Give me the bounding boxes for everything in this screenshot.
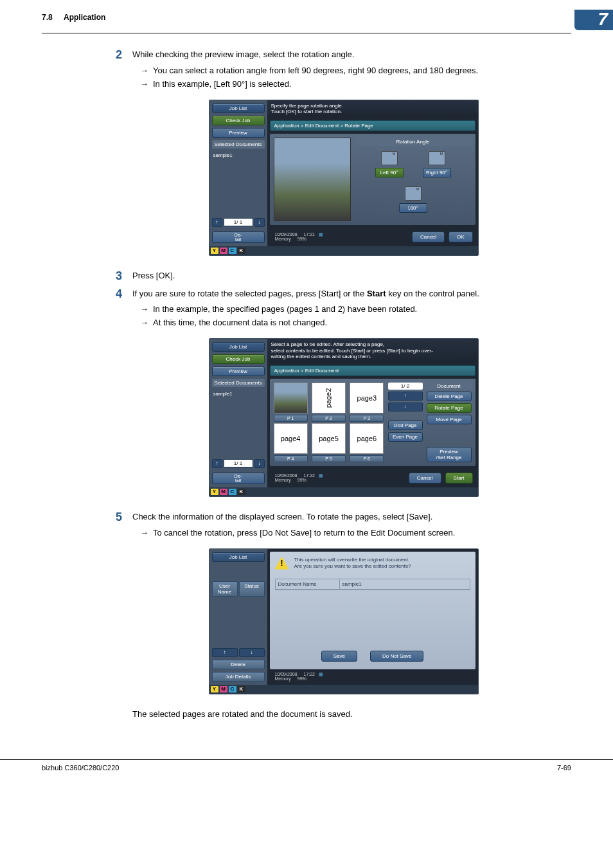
check-job-button[interactable]: Check Job — [212, 354, 265, 364]
page-down-button[interactable]: ↓ — [254, 218, 265, 227]
document-section-header: Document — [427, 383, 472, 390]
thumbnail-page-counter: 1/ 2 — [388, 383, 423, 390]
date-label: 10/09/2008 — [275, 672, 298, 676]
time-label: 17:22 — [304, 672, 315, 676]
ok-button[interactable]: OK — [449, 231, 473, 242]
preview-button[interactable]: Preview — [212, 366, 265, 376]
toner-m-icon: M — [220, 686, 227, 692]
job-list-button[interactable]: Job List — [212, 342, 265, 352]
left-90-button[interactable]: Left 90° — [375, 168, 404, 177]
check-job-button[interactable]: Check Job — [212, 116, 265, 125]
rotate-left-icon — [381, 151, 398, 165]
page-up-button[interactable]: ↑ — [212, 218, 222, 227]
step-sub-text: In the example, the specified pages (pag… — [153, 303, 571, 316]
rotate-180-button[interactable]: 180° — [399, 203, 427, 213]
step-number: 3 — [116, 270, 132, 283]
user-name-tab[interactable]: User Name — [212, 581, 238, 597]
thumbnail-page-5[interactable]: page5 — [312, 423, 346, 454]
delete-page-button[interactable]: Delete Page — [427, 392, 472, 401]
page-counter: 1/ 1 — [224, 218, 253, 226]
selected-documents-header: Selected Documents — [212, 379, 265, 387]
arrow-right-icon: → — [140, 317, 153, 329]
step-number: 4 — [116, 288, 132, 331]
save-button[interactable]: Save — [321, 651, 357, 662]
memory-percent: 99% — [298, 237, 306, 241]
rotate-right-icon — [429, 151, 445, 165]
toner-c-icon: C — [229, 489, 236, 495]
even-page-button[interactable]: Even Page — [388, 432, 423, 442]
warning-icon — [275, 557, 289, 570]
toner-k-icon: K — [238, 686, 245, 692]
cancel-button[interactable]: Cancel — [409, 473, 441, 484]
thumbnail-page-1[interactable] — [274, 383, 308, 413]
right-90-button[interactable]: Right 90° — [423, 168, 451, 177]
step-sub-text: To cancel the rotation, press [Do Not Sa… — [153, 527, 571, 539]
message-bar: Specify the page rotation angle. Touch [… — [267, 100, 478, 118]
thumbnail-page-6[interactable]: page6 — [350, 423, 384, 454]
preview-set-range-button[interactable]: Preview /Set Range — [427, 447, 472, 462]
job-details-button[interactable]: Job Details — [212, 672, 265, 682]
page-down-button[interactable]: ↓ — [254, 459, 265, 468]
step-number: 2 — [116, 49, 132, 92]
detail-button[interactable]: De- tail — [212, 231, 265, 243]
section-number: 7.8 — [42, 13, 53, 22]
job-list-button[interactable]: Job List — [212, 104, 265, 113]
page-label: P 2 — [312, 415, 346, 422]
date-label: 10/09/2008 — [275, 232, 298, 237]
detail-button[interactable]: De- tail — [212, 473, 265, 484]
cancel-button[interactable]: Cancel — [412, 231, 445, 242]
page-up-button[interactable]: ↑ — [212, 459, 222, 468]
toner-k-icon: K — [238, 248, 245, 254]
page-label: P 6 — [350, 455, 384, 462]
rotation-angle-header: Rotation Angle — [355, 138, 472, 146]
memory-label: Memory — [275, 478, 291, 482]
page-down-button[interactable]: ↓ — [239, 648, 265, 657]
arrow-right-icon: → — [140, 65, 153, 77]
toner-c-icon: C — [229, 248, 236, 254]
page-label: P 4 — [274, 455, 308, 462]
step-text: While checking the preview image, select… — [132, 50, 354, 59]
move-page-button[interactable]: Move Page — [427, 415, 472, 424]
step-number: 5 — [116, 511, 132, 541]
step-text: If you are sure to rotate the selected p… — [132, 289, 479, 298]
thumbnail-page-4[interactable]: page4 — [274, 423, 308, 454]
do-not-save-button[interactable]: Do Not Save — [370, 651, 423, 662]
thumb-down-button[interactable]: ↓ — [388, 402, 423, 411]
status-tab[interactable]: Status — [239, 581, 265, 597]
time-label: 17:22 — [304, 473, 315, 478]
thumb-up-button[interactable]: ↑ — [388, 392, 423, 401]
memory-icon: ▦ — [319, 473, 323, 478]
arrow-right-icon: → — [140, 303, 153, 316]
screenshot-save-confirm: Job List User Name Status ↑ ↓ Delete Job… — [209, 548, 479, 695]
screenshot-rotate-page: Job List Check Job Preview Selected Docu… — [209, 100, 479, 256]
preview-pane — [274, 138, 351, 221]
memory-label: Memory — [275, 237, 291, 241]
page-up-button[interactable]: ↑ — [212, 648, 238, 657]
toner-k-icon: K — [238, 489, 245, 495]
toner-y-icon: Y — [211, 489, 218, 495]
document-name: sample1 — [212, 151, 265, 159]
toner-c-icon: C — [229, 686, 236, 692]
toner-y-icon: Y — [211, 686, 218, 692]
footer-page-number: 7-69 — [557, 764, 571, 772]
header-rule — [42, 33, 571, 33]
rotate-page-button[interactable]: Rotate Page — [427, 403, 472, 413]
step-text: Press [OK]. — [132, 271, 175, 280]
odd-page-button[interactable]: Odd Page — [388, 420, 423, 430]
time-label: 17:21 — [304, 232, 315, 237]
step-sub-text: You can select a rotation angle from lef… — [153, 65, 571, 77]
start-button[interactable]: Start — [445, 473, 473, 484]
job-list-button[interactable]: Job List — [212, 552, 265, 562]
final-note: The selected pages are rotated and the d… — [116, 709, 571, 721]
date-label: 10/09/2008 — [275, 473, 298, 478]
memory-percent: 99% — [298, 676, 306, 681]
thumbnail-page-3[interactable]: page3 — [350, 383, 384, 413]
preview-button[interactable]: Preview — [212, 128, 265, 138]
arrow-right-icon: → — [140, 78, 153, 91]
step-sub-text: In this example, [Left 90°] is selected. — [153, 78, 571, 91]
delete-button[interactable]: Delete — [212, 660, 265, 669]
thumbnail-page-2[interactable]: page2 — [312, 383, 346, 413]
breadcrumb: Application > Edit Document > Rotate Pag… — [270, 120, 475, 131]
step-text: Check the information of the displayed s… — [132, 512, 432, 521]
screenshot-edit-document: Job List Check Job Preview Selected Docu… — [209, 338, 479, 497]
